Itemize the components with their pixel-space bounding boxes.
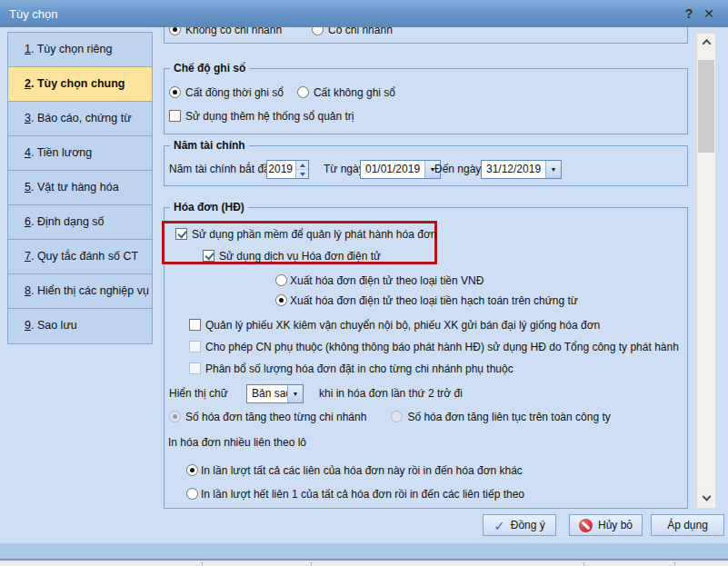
scrollbar-thumb[interactable] — [698, 60, 714, 153]
radio-print-copy1-first-label: In lần lượt hết liên 1 của tất cả hóa đơ… — [201, 488, 524, 501]
dialog-bottom-frame — [0, 543, 728, 561]
checkbox-allocate-invoices-label: Phân bổ số lượng hóa đơn đặt in cho từng… — [205, 362, 514, 375]
fiscal-year-group-title: Năm tài chính — [170, 139, 249, 152]
from-date-label: Từ ngày — [324, 163, 364, 175]
sidebar-item-tien-luong[interactable]: 4. Tiền lương — [8, 136, 152, 171]
spin-down-icon[interactable] — [296, 169, 308, 178]
radio-number-whole-company-label: Số hóa đơn tăng liên tục trên toàn công … — [407, 411, 610, 423]
sidebar-item-hien-thi-cac-nghiep-vu[interactable]: 8. Hiển thị các nghiệp vụ — [8, 274, 152, 309]
display-copy-label: Hiển thị chữ — [169, 387, 242, 400]
sidebar-item-tuy-chon-rieng[interactable]: 1. Tùy chọn riêng — [8, 33, 152, 67]
radio-no-branch[interactable] — [169, 27, 181, 35]
cancel-button-label: Hủy bỏ — [598, 519, 633, 531]
dropdown-arrow-icon[interactable]: ▼ — [287, 385, 303, 402]
einvoice-service-row: Sử dụng dịch vụ Hóa đơn điện tử — [203, 249, 381, 263]
radio-number-per-branch — [169, 411, 181, 422]
from-date-dropdown[interactable]: 01/01/2019 ▼ — [360, 160, 441, 179]
ok-button-label: Đồng ý — [511, 519, 545, 531]
item-number: 2 — [25, 77, 31, 90]
checkbox-xk-slips[interactable] — [189, 319, 201, 331]
print-all-copies-row: In lần lượt tất cả các liên của hóa đơn … — [186, 463, 523, 477]
vertical-scrollbar[interactable] — [696, 33, 716, 509]
radio-einvoice-vnd-label: Xuất hóa đơn điện tử theo loại tiền VNĐ — [290, 274, 484, 287]
checkbox-einvoice-service-label: Sử dụng dịch vụ Hóa đơn điện tử — [219, 250, 381, 263]
radio-print-all-copies-first-label: In lần lượt tất cả các liên của hóa đơn … — [201, 464, 523, 477]
check-icon: ✓ — [494, 519, 505, 532]
cancel-button[interactable]: Hủy bỏ — [569, 514, 643, 536]
spin-up-icon[interactable] — [296, 161, 308, 169]
options-dialog-screen: Tùy chọn ? ✕ 1. Tùy chọn riêng 2. Tùy ch… — [0, 0, 728, 566]
sidebar-item-tuy-chon-chung[interactable]: 2. Tùy chọn chung — [8, 67, 152, 102]
sidebar-item-bao-cao-chung-tu[interactable]: 3. Báo cáo, chứng từ — [8, 102, 152, 136]
item-label: . Báo cáo, chứng từ — [31, 112, 132, 124]
scroll-up-icon[interactable] — [697, 34, 715, 51]
item-label: . Định dạng số — [31, 215, 105, 228]
sidebar-item-dinh-dang-so[interactable]: 6. Định dạng số — [8, 205, 152, 240]
use-software-row: Sử dụng phần mềm để quản lý phát hành hó… — [175, 227, 436, 241]
radio-einvoice-doc-currency-label: Xuất hóa đơn điện tử theo loại tiền hạch… — [290, 294, 578, 307]
checkbox-mgmt-ledger-label: Sử dụng thêm hệ thống sổ quản trị — [185, 110, 354, 123]
to-date-label: Đến ngày — [434, 163, 481, 175]
branch-group: Không có chi nhánh Có chi nhánh — [164, 27, 688, 44]
invoice-group-title: Hóa đơn (HĐ) — [170, 201, 248, 213]
background-app-strip — [0, 562, 728, 566]
copy-text-dropdown[interactable]: Bản sao ▼ — [246, 384, 304, 403]
apply-button[interactable]: Áp dụng — [651, 514, 724, 536]
radio-save-no-post[interactable] — [297, 86, 309, 98]
fiscal-start-label: Năm tài chính bắt đầu — [169, 163, 275, 175]
scroll-down-icon[interactable] — [697, 491, 715, 508]
radio-save-no-post-label: Cất không ghi sổ — [314, 86, 395, 99]
sidebar-item-vat-tu-hang-hoa[interactable]: 5. Vật tư hàng hóa — [8, 171, 152, 205]
radio-einvoice-vnd[interactable] — [275, 274, 287, 286]
checkbox-allocate-invoices — [189, 362, 201, 374]
radio-has-branch-label: Có chi nhánh — [328, 27, 393, 36]
sidebar-item-sao-luu[interactable]: 9. Sao lưu — [8, 309, 152, 343]
sidebar-item-quy-tac-danh-so-ct[interactable]: 7. Quy tắc đánh số CT — [8, 240, 152, 274]
copy-text-value: Bản sao — [247, 385, 287, 402]
ledger-mode-group: Chế độ ghi sổ Cất đồng thời ghi sổ Cất k… — [164, 68, 688, 134]
ok-button[interactable]: ✓ Đồng ý — [483, 514, 556, 536]
help-icon[interactable]: ? — [679, 6, 699, 21]
invoice-group: Hóa đơn (HĐ) Sử dụng phần mềm để quản lý… — [164, 207, 688, 509]
item-label: . Sao lưu — [31, 319, 77, 332]
radio-has-branch[interactable] — [312, 27, 324, 35]
checkbox-mgmt-ledger[interactable] — [169, 110, 181, 122]
radio-print-all-copies-first[interactable] — [186, 464, 198, 476]
radio-einvoice-doc-currency[interactable] — [275, 294, 287, 306]
to-date-value: 31/12/2019 — [482, 161, 545, 178]
checkbox-use-software[interactable] — [175, 228, 187, 240]
display-copy-text-row: Hiển thị chữ Bản sao ▼ khi in hóa đơn lầ… — [169, 383, 463, 403]
einvoice-doc-currency-row: Xuất hóa đơn điện tử theo loại tiền hạch… — [275, 293, 578, 307]
dialog-title: Tùy chọn — [9, 7, 679, 21]
mgmt-ledger-row: Sử dụng thêm hệ thống sổ quản trị — [169, 109, 354, 123]
fiscal-year-spinner[interactable]: 2019 — [266, 160, 309, 179]
close-icon[interactable]: ✕ — [699, 6, 719, 21]
radio-number-whole-company — [391, 411, 403, 422]
radio-save-and-post[interactable] — [169, 86, 181, 98]
spinner-buttons — [295, 161, 308, 178]
print-copy1-first-row: In lần lượt hết liên 1 của tất cả hóa đơ… — [186, 487, 524, 501]
apply-button-label: Áp dụng — [667, 519, 708, 531]
checkbox-einvoice-service[interactable] — [203, 250, 214, 262]
options-sidebar: 1. Tùy chọn riêng 2. Tùy chọn chung 3. B… — [7, 32, 153, 344]
dialog-titlebar[interactable]: Tùy chọn ? ✕ — [0, 0, 728, 27]
einvoice-vnd-row: Xuất hóa đơn điện tử theo loại tiền VNĐ — [275, 273, 484, 287]
to-date-dropdown[interactable]: 31/12/2019 ▼ — [481, 160, 562, 179]
item-number: 1 — [25, 43, 31, 55]
batch-print-label: In hóa đơn nhiều liên theo lô — [168, 436, 306, 449]
ledger-mode-group-title: Chế độ ghi sổ — [170, 62, 249, 74]
item-label: . Quy tắc đánh số CT — [31, 250, 138, 263]
checkbox-use-software-label: Sử dụng phần mềm để quản lý phát hành hó… — [192, 228, 436, 241]
item-label: . Tiền lương — [31, 146, 92, 159]
checkbox-dependent-branch-label: Cho phép CN phụ thuộc (không thông báo p… — [205, 341, 679, 353]
fiscal-year-group: Năm tài chính Năm tài chính bắt đầu 2019… — [164, 145, 688, 186]
invoice-numbering-row: Số hóa đơn tăng theo từng chi nhánh Số h… — [169, 410, 611, 423]
batch-print-label-row: In hóa đơn nhiều liên theo lô — [168, 435, 306, 449]
allocate-invoices-row: Phân bổ số lượng hóa đơn đặt in cho từng… — [189, 362, 514, 375]
checkbox-dependent-branch — [189, 341, 201, 353]
dropdown-arrow-icon[interactable]: ▼ — [545, 161, 561, 178]
radio-save-and-post-label: Cất đồng thời ghi sổ — [185, 86, 284, 99]
branch-radio-row: Không có chi nhánh Có chi nhánh — [169, 27, 393, 36]
radio-print-copy1-first[interactable] — [186, 488, 198, 500]
item-label: . Vật tư hàng hóa — [31, 181, 119, 194]
